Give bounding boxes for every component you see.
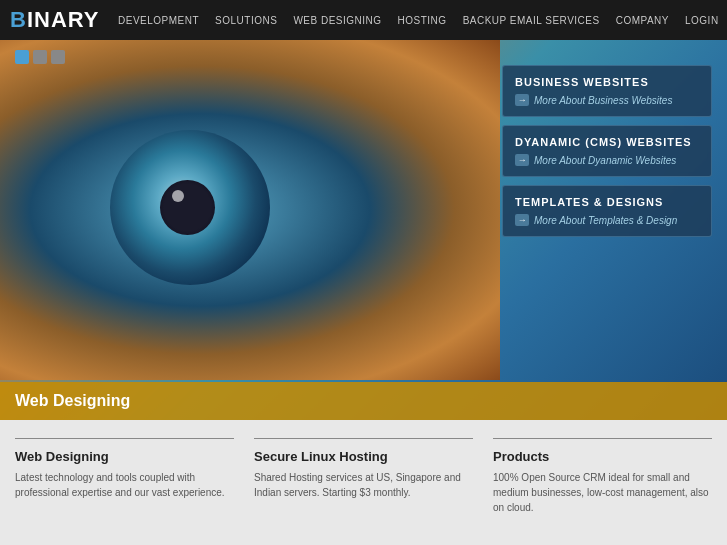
col3-text: 100% Open Source CRM ideal for small and… (493, 470, 712, 515)
caption-text: Web Designing (15, 392, 130, 410)
slide-dot-3[interactable] (51, 50, 65, 64)
col3-title: Products (493, 449, 712, 464)
nav-company[interactable]: COMPANY (608, 15, 677, 26)
arrow-icon-2: → (515, 154, 529, 166)
col1-text: Latest technology and tools coupled with… (15, 470, 234, 500)
content-section: Web Designing Latest technology and tool… (0, 420, 727, 545)
logo: BBINARYINARY (10, 7, 90, 33)
slide-indicators (15, 50, 65, 64)
divider-1 (15, 438, 234, 439)
panel-templates-link-text: More About Templates & Design (534, 215, 677, 226)
divider-3 (493, 438, 712, 439)
header: BBINARYINARY DEVELOPMENT SOLUTIONS WEB D… (0, 0, 727, 40)
panel-templates-title: TEMPLATES & DESIGNS (515, 196, 699, 208)
content-col-1: Web Designing Latest technology and tool… (15, 438, 234, 530)
slide-dot-2[interactable] (33, 50, 47, 64)
eye-illustration (0, 40, 500, 380)
main-nav: DEVELOPMENT SOLUTIONS WEB DESIGNING HOST… (110, 15, 727, 26)
nav-development[interactable]: DEVELOPMENT (110, 15, 207, 26)
nav-hosting[interactable]: HOSTING (390, 15, 455, 26)
divider-2 (254, 438, 473, 439)
panel-cms-link[interactable]: → More About Dyanamic Websites (515, 154, 699, 166)
nav-backup-email[interactable]: BACKUP EMAIL SERVICES (455, 15, 608, 26)
caption-bar: Web Designing (0, 382, 727, 420)
nav-web-designing[interactable]: WEB DESIGNING (285, 15, 389, 26)
panel-cms-title: DYANAMIC (CMS) WEBSITES (515, 136, 699, 148)
panel-business-link[interactable]: → More About Business Websites (515, 94, 699, 106)
col2-text: Shared Hosting services at US, Singapore… (254, 470, 473, 500)
nav-login[interactable]: LOGIN (677, 15, 727, 26)
content-col-3: Products 100% Open Source CRM ideal for … (493, 438, 712, 530)
hero-section: BUSINESS WEBSITES → More About Business … (0, 40, 727, 420)
panel-business-websites: BUSINESS WEBSITES → More About Business … (502, 65, 712, 117)
col2-title: Secure Linux Hosting (254, 449, 473, 464)
nav-solutions[interactable]: SOLUTIONS (207, 15, 285, 26)
panel-business-title: BUSINESS WEBSITES (515, 76, 699, 88)
content-col-2: Secure Linux Hosting Shared Hosting serv… (254, 438, 473, 530)
panel-business-link-text: More About Business Websites (534, 95, 672, 106)
col1-title: Web Designing (15, 449, 234, 464)
panel-templates: TEMPLATES & DESIGNS → More About Templat… (502, 185, 712, 237)
hero-panels: BUSINESS WEBSITES → More About Business … (502, 65, 712, 237)
arrow-icon: → (515, 94, 529, 106)
panel-cms-link-text: More About Dyanamic Websites (534, 155, 676, 166)
slide-dot-1[interactable] (15, 50, 29, 64)
panel-cms-websites: DYANAMIC (CMS) WEBSITES → More About Dya… (502, 125, 712, 177)
panel-templates-link[interactable]: → More About Templates & Design (515, 214, 699, 226)
arrow-icon-3: → (515, 214, 529, 226)
